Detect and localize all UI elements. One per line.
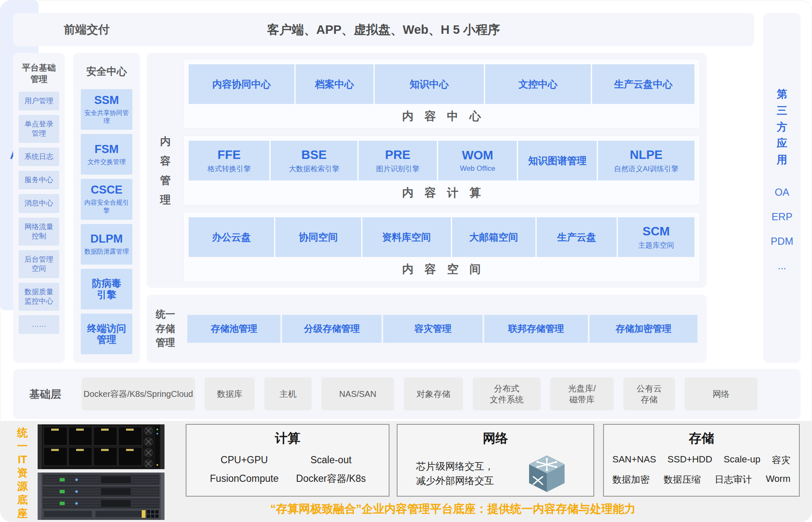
platform-item-traffic-control: 网络流量 控制 (19, 218, 59, 246)
security-item-abbr: 防病毒 引擎 (92, 278, 121, 300)
security-item-abbr: SSM (94, 94, 119, 107)
storage-item-san-nas: SAN+NAS (612, 454, 656, 467)
security-item-antivirus: 防病毒 引擎 (81, 269, 132, 309)
compute-item-cpu-gpu: CPU+GPU (201, 451, 288, 469)
item-pre: PRE 图片识别引擎 (359, 141, 437, 180)
unified-storage-items: 存储池管理 分级存储管理 容灾管理 联邦存储管理 存储加密管理 (187, 315, 697, 343)
security-item-abbr: CSCE (91, 183, 122, 197)
third-party-panel: 第 三 方 应 用 OA ERP PDM ... (763, 13, 801, 363)
item-title: 生产云盘中心 (614, 78, 672, 91)
item-title: 内容协同中心 (212, 78, 271, 91)
rack-server-image (38, 473, 165, 520)
it-foundation-band: 统 一 IT 资 源 底 座 (0, 421, 812, 522)
item-title: 协同空间 (299, 231, 337, 244)
platform-item-service-center: 服务中心 (19, 171, 59, 189)
security-item-terminal-access: 终端访问 管理 (81, 314, 132, 354)
item-title: BSE (302, 148, 327, 162)
third-party-item-erp: ERP (771, 211, 792, 223)
third-party-items: OA ERP PDM ... (771, 186, 793, 272)
item-archive-center: 档案中心 (296, 64, 373, 104)
network-box: 网络 芯片级网络交互， 减少外部网络交互 (397, 424, 594, 497)
base-item-network: 网络 (685, 377, 757, 410)
item-wom: WOM Web Office (438, 141, 517, 180)
compute-item-fusioncompute: FusionCompute (201, 469, 288, 488)
platform-base-items: 用户管理 单点登录 管理 系统日志 服务中心 消息中心 网络流量 控制 后台管理… (19, 92, 59, 334)
third-party-item-more: ... (778, 260, 786, 272)
base-layer-panel: 基础层 Docker容器/K8s/SpringCloud 数据库 主机 NAS/… (13, 369, 801, 419)
content-center-items: 内容协同中心 档案中心 知识中心 文控中心 生产云盘中心 (184, 59, 700, 104)
item-bse: BSE 大数据检索引擎 (271, 141, 357, 180)
architecture-diagram: 前端交付 客户端、APP、虚拟盘、Web、H 5 小程序 平台基础 管理 用户管… (0, 0, 812, 522)
security-center-title: 安全中心 (86, 65, 127, 78)
platform-item-admin-space: 后台管理 空间 (19, 250, 59, 278)
item-title: WOM (462, 148, 493, 162)
security-item-dlpm: DLPM 数据防泄露管理 (81, 224, 132, 265)
platform-item-message-center: 消息中心 (19, 194, 59, 213)
compute-item-scale-out: Scale-out (288, 451, 374, 469)
content-management-groups: 内容协同中心 档案中心 知识中心 文控中心 生产云盘中心 内容中心 (183, 59, 700, 282)
platform-item-syslog: 系统日志 (19, 148, 59, 166)
item-title: NLPE (630, 148, 662, 162)
compute-item-docker-k8s: Docker容器/K8s (288, 469, 374, 488)
item-title: SCM (642, 224, 669, 238)
content-space-items: 办公云盘 协同空间 资料库空间 大邮箱空间 生产云盘 SCM (184, 212, 700, 257)
unified-storage-panel: 统一 存储 管理 存储池管理 分级存储管理 容灾管理 联邦存储管理 存储加密管理 (147, 295, 707, 363)
item-sub: 大数据检索引擎 (289, 164, 339, 174)
base-item-optical-tape: 光盘库/ 磁带库 (550, 377, 614, 410)
item-disaster-recovery-mgmt: 容灾管理 (383, 315, 483, 343)
item-title: 资料库空间 (382, 231, 431, 244)
compute-box: 计算 CPU+GPU Scale-out FusionCompute Docke… (186, 424, 390, 497)
unified-it-foundation-label: 统 一 IT 资 源 底 座 (13, 426, 32, 520)
item-title: 办公云盘 (212, 231, 251, 244)
third-party-title: 第 三 方 应 用 (777, 86, 787, 168)
item-library-space: 资料库空间 (362, 217, 451, 257)
item-mailbox-space: 大邮箱空间 (452, 217, 535, 257)
platform-base-title: 平台基础 管理 (22, 62, 56, 85)
base-item-database: 数据库 (205, 377, 255, 410)
security-item-abbr: FSM (95, 143, 119, 156)
item-storage-pool-mgmt: 存储池管理 (187, 315, 280, 343)
item-sub: 主题库空间 (638, 241, 674, 250)
base-layer-items: Docker容器/K8s/SpringCloud 数据库 主机 NAS/SAN … (82, 377, 757, 410)
storage-item-disaster-recovery: 容灾 (772, 454, 790, 467)
base-item-distributed-fs: 分布式 文件系统 (473, 377, 540, 410)
base-item-docker-k8s-springcloud: Docker容器/K8s/SpringCloud (82, 377, 195, 410)
storage-item-data-compression: 数据压缩 (664, 473, 701, 486)
platform-base-panel: 平台基础 管理 用户管理 单点登录 管理 系统日志 服务中心 消息中心 网络流量… (13, 53, 65, 363)
frontend-delivery-label: 前端交付 (64, 22, 110, 37)
content-space-group: 办公云盘 协同空间 资料库空间 大邮箱空间 生产云盘 SCM (183, 212, 700, 282)
security-item-abbr: 终端访问 管理 (87, 323, 126, 345)
platform-item-more: …… (19, 315, 59, 334)
network-title: 网络 (398, 430, 593, 447)
compute-items: CPU+GPU Scale-out FusionCompute Docker容器… (187, 447, 389, 495)
content-compute-group: FFE 格式转换引擎 BSE 大数据检索引擎 PRE 图片识别引擎 WOM We… (183, 135, 700, 205)
content-center-group: 内容协同中心 档案中心 知识中心 文控中心 生产云盘中心 内容中心 (183, 59, 700, 129)
item-tiered-storage-mgmt: 分级存储管理 (282, 315, 381, 343)
storage-item-ssd-hdd: SSD+HDD (667, 454, 712, 467)
storage-server-image (38, 424, 165, 469)
item-content-collab-center: 内容协同中心 (189, 64, 294, 104)
content-compute-items: FFE 格式转换引擎 BSE 大数据检索引擎 PRE 图片识别引擎 WOM We… (184, 136, 700, 180)
security-item-desc: 数据防泄露管理 (85, 248, 129, 256)
storage-item-worm: Worm (766, 473, 790, 486)
item-sub: 自然语义AI训练引擎 (614, 164, 678, 174)
item-production-cloud-disk: 生产云盘 (537, 217, 617, 257)
item-federated-storage-mgmt: 联邦存储管理 (484, 315, 588, 343)
base-item-object-storage: 对象存储 (404, 377, 463, 410)
security-item-desc: 安全共享协同管理 (82, 109, 131, 125)
storage-box: 存储 SAN+NAS SSD+HDD Scale-up 容灾 数据加密 数据压缩… (603, 424, 800, 497)
item-ffe: FFE 格式转换引擎 (189, 141, 269, 180)
base-layer-label: 基础层 (13, 387, 77, 401)
compute-title: 计算 (187, 430, 389, 447)
item-title: 生产云盘 (557, 231, 596, 244)
item-sub: Web Office (460, 164, 495, 173)
item-title: PRE (385, 148, 411, 162)
item-sub: 图片识别引擎 (376, 164, 419, 174)
base-item-public-cloud: 公有云 存储 (623, 377, 675, 410)
item-title: FFE (217, 148, 241, 162)
network-switch-icon (527, 453, 567, 494)
security-item-desc: 内容安全合规引擎 (82, 199, 131, 215)
item-title: 档案中心 (315, 78, 354, 91)
item-production-cloud-center: 生产云盘中心 (592, 64, 694, 104)
unified-storage-label: 统一 存储 管理 (147, 295, 184, 363)
